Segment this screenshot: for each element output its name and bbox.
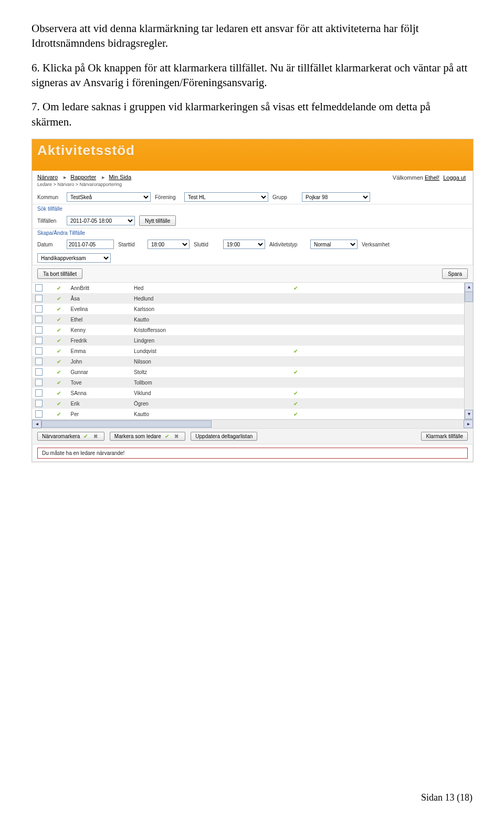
first-name: SAnna — [68, 388, 131, 398]
x-icon: ✖ — [93, 433, 98, 439]
scroll-right-icon[interactable]: ▸ — [464, 420, 473, 428]
row-checkbox[interactable] — [35, 295, 43, 302]
check-icon: ✔ — [57, 327, 61, 333]
scroll-thumb[interactable] — [465, 292, 473, 302]
vertical-scrollbar[interactable]: ▴ ▾ — [464, 283, 473, 419]
scroll-track[interactable] — [41, 420, 464, 428]
verksamhet-select[interactable]: Handikappverksam — [37, 253, 111, 263]
app-screenshot: Aktivitetsstöd Närvaro ▸ Rapporter ▸ Min… — [32, 139, 474, 462]
check-icon: ✔ — [293, 285, 298, 291]
row-checkbox[interactable] — [35, 368, 43, 376]
aktivitetstyp-select[interactable]: Normal — [310, 240, 358, 249]
row-checkbox[interactable] — [35, 358, 43, 365]
last-name: Viklund — [131, 388, 209, 398]
tabort-button[interactable]: Ta bort tillfället — [37, 268, 82, 279]
datum-label: Datum — [37, 242, 62, 247]
check-icon: ✔ — [293, 411, 298, 417]
first-name: Fredrik — [68, 335, 131, 346]
nav-rapporter[interactable]: Rapporter — [70, 174, 96, 180]
welcome-user[interactable]: Ethel! — [425, 174, 439, 181]
check-icon: ✔ — [293, 401, 298, 407]
nav-minsida[interactable]: Min Sida — [109, 174, 131, 180]
form-row: Datum Starttid 18:00 Sluttid 19:00 Aktiv… — [32, 237, 473, 265]
kommun-select[interactable]: TestSkeå — [67, 192, 151, 202]
datum-input[interactable] — [67, 240, 114, 249]
table-row: ✔EthelKautto — [32, 314, 473, 325]
row-checkbox[interactable] — [35, 389, 43, 397]
grupp-select[interactable]: Pojkar 98 — [302, 192, 370, 202]
page-footer: Sidan 13 (18) — [421, 792, 472, 803]
row-checkbox[interactable] — [35, 347, 43, 355]
last-name: Kristoffersson — [131, 325, 209, 335]
last-name: Ögren — [131, 398, 209, 409]
first-name: Gunnar — [68, 367, 131, 377]
skapa-section-label: Skapa/Ändra Tillfälle — [32, 228, 473, 237]
row-checkbox[interactable] — [35, 326, 43, 334]
check-icon: ✔ — [57, 401, 61, 407]
last-name: Lindgren — [131, 335, 209, 346]
check-icon: ✔ — [57, 338, 61, 344]
first-name: Per — [68, 409, 131, 419]
uppdatera-button[interactable]: Uppdatera deltagarlistan — [191, 432, 257, 441]
row-checkbox[interactable] — [35, 284, 43, 292]
check-icon: ✔ — [57, 380, 61, 386]
app-header: Aktivitetsstöd — [32, 139, 473, 171]
check-icon: ✔ — [57, 317, 61, 323]
top-nav: Närvaro ▸ Rapporter ▸ Min Sida Välkommen… — [32, 171, 473, 182]
spara-button[interactable]: Spara — [442, 268, 468, 279]
check-icon: ✔ — [57, 296, 61, 302]
sok-section-label: Sök tillfälle — [32, 204, 473, 213]
check-icon: ✔ — [57, 285, 61, 291]
table-row: ✔JohnNilsson — [32, 356, 473, 367]
nav-narvaro[interactable]: Närvaro — [37, 174, 58, 180]
bottom-action-row: Närvaromarkera ✔ ✖ Markera som ledare ✔ … — [32, 428, 473, 444]
row-checkbox[interactable] — [35, 379, 43, 386]
last-name: Kautto — [131, 409, 209, 419]
klarmark-button[interactable]: Klarmark tillfälle — [421, 432, 468, 441]
welcome-label: Välkommen — [393, 174, 423, 181]
tillfalle-row: Tillfällen 2011-07-05 18:00 Nytt tillfäl… — [32, 213, 473, 228]
nav-sep: ▸ — [64, 174, 67, 180]
check-icon: ✔ — [83, 433, 88, 439]
first-name: Ethel — [68, 314, 131, 325]
scroll-up-icon[interactable]: ▴ — [465, 283, 473, 292]
narvaromarkera-button[interactable]: Närvaromarkera ✔ ✖ — [37, 432, 104, 441]
tillfallen-label: Tillfällen — [37, 218, 62, 224]
tillfallen-select[interactable]: 2011-07-05 18:00 — [67, 216, 135, 225]
row-checkbox[interactable] — [35, 410, 43, 418]
error-message: Du måste ha en ledare närvarande! — [37, 448, 468, 459]
hscroll-thumb[interactable] — [41, 420, 212, 428]
document-page: Observera att vid denna klarmärkning tar… — [0, 0, 504, 819]
horizontal-scrollbar[interactable]: ◂ ▸ — [32, 419, 473, 428]
check-icon: ✔ — [57, 348, 61, 354]
first-name: Evelina — [68, 304, 131, 314]
row-checkbox[interactable] — [35, 400, 43, 407]
check-icon: ✔ — [57, 369, 61, 375]
paragraph-1: Observera att vid denna klarmärkning tar… — [32, 21, 472, 51]
table-row: ✔ToveTollbom — [32, 377, 473, 388]
table-row: ✔KennyKristoffersson — [32, 325, 473, 335]
last-name: Stoltz — [131, 367, 209, 377]
row-checkbox[interactable] — [35, 337, 43, 344]
sluttid-label: Sluttid — [194, 242, 219, 247]
last-name: Kautto — [131, 314, 209, 325]
participant-table-wrap: ✔AnnBrittHed✔✔ÅsaHedlund✔EvelinaKarlsson… — [32, 283, 473, 419]
forening-select[interactable]: Test HL — [184, 192, 268, 202]
first-name: Emma — [68, 346, 131, 356]
table-row: ✔EvelinaKarlsson — [32, 304, 473, 314]
first-name: Kenny — [68, 325, 131, 335]
row-checkbox[interactable] — [35, 316, 43, 323]
check-icon: ✔ — [293, 348, 298, 354]
check-icon: ✔ — [57, 359, 61, 365]
breadcrumb: Ledare > Närvaro > Närvarorapportering — [32, 182, 473, 190]
check-icon: ✔ — [57, 411, 61, 417]
logout-link[interactable]: Logga ut — [443, 174, 466, 181]
scroll-down-icon[interactable]: ▾ — [465, 410, 473, 419]
markera-ledare-button[interactable]: Markera som ledare ✔ ✖ — [110, 432, 185, 441]
nytt-tillfalle-button[interactable]: Nytt tillfälle — [139, 215, 176, 226]
starttid-select[interactable]: 18:00 — [148, 240, 190, 249]
scroll-left-icon[interactable]: ◂ — [32, 420, 41, 428]
first-name: John — [68, 356, 131, 367]
sluttid-select[interactable]: 19:00 — [223, 240, 265, 249]
row-checkbox[interactable] — [35, 305, 43, 313]
